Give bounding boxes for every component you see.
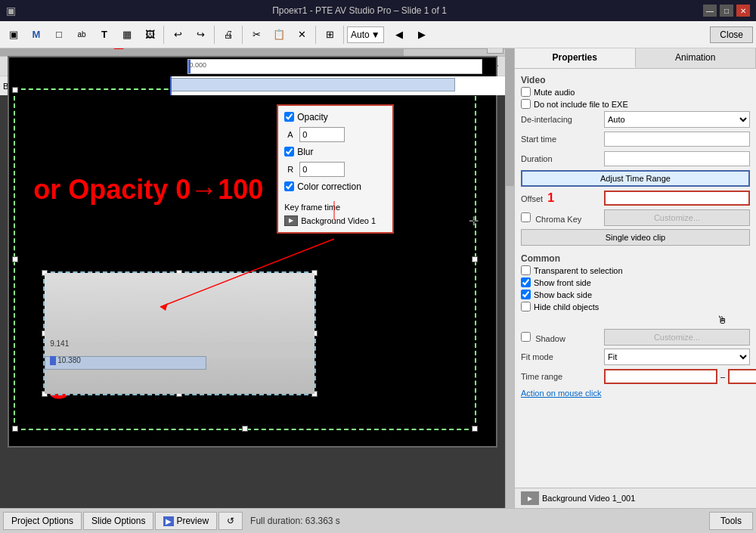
nav-prev-button[interactable]: ◀ [389, 24, 410, 45]
duration-label: Duration [521, 154, 604, 163]
handle-br[interactable] [472, 426, 478, 432]
auto-label: Auto [351, 29, 370, 40]
slide-options-button[interactable]: Slide Options [83, 512, 153, 530]
refresh-button[interactable]: ↺ [218, 512, 243, 530]
blur-row: Blur [284, 147, 386, 157]
show-back-checkbox[interactable] [521, 290, 531, 299]
opacity-input[interactable] [299, 127, 345, 142]
opacity-checkbox[interactable] [284, 112, 294, 122]
blur-input[interactable] [299, 162, 345, 177]
tb-m-button[interactable]: M [26, 24, 47, 45]
start-time-row: Start time 0:00.000 [521, 131, 750, 147]
canvas-hscrollbar[interactable]: ✛ 2 [0, 48, 505, 56]
offset-input[interactable]: 0:10.000 [604, 191, 750, 206]
blur-checkbox[interactable] [284, 147, 294, 156]
track-content[interactable] [170, 76, 505, 95]
tl-track-area[interactable]: 0.000 [187, 59, 482, 74]
transparent-checkbox[interactable] [521, 265, 531, 275]
chroma-key-checkbox[interactable] [521, 212, 531, 222]
tab-animation[interactable]: Animation [636, 48, 757, 68]
fit-mode-label: Fit mode [521, 352, 604, 361]
tb-home-button[interactable]: ▣ [3, 24, 24, 45]
time-range-to-input[interactable]: 63363 [728, 369, 756, 384]
time-range-inner: 10000 – 63363 [604, 369, 756, 384]
tb-delete-button[interactable]: ✕ [291, 24, 312, 45]
properties-content: Video Mute audio Do not include file to … [515, 69, 756, 488]
adjust-time-button[interactable]: Adjust Time Range [521, 170, 750, 187]
move-handle[interactable]: ✛ [465, 213, 482, 232]
time-range-from-input[interactable]: 10000 [604, 369, 717, 384]
shadow-checkbox[interactable] [521, 332, 531, 342]
handle-bl[interactable] [12, 426, 18, 432]
tb-cut-button[interactable]: ✂ [246, 24, 267, 45]
section-common: Common [521, 253, 750, 264]
start-time-input[interactable]: 0:00.000 [604, 132, 750, 147]
single-video-button[interactable]: Single video clip [521, 229, 750, 246]
track-bar[interactable] [170, 78, 455, 91]
chroma-key-label: Chroma Key [521, 212, 604, 224]
tb-grid-button[interactable]: ▦ [116, 24, 138, 45]
track-playhead [170, 76, 172, 95]
color-correction-row: Color correction [284, 181, 386, 192]
time-9141: 9.141 [50, 339, 69, 348]
tb-text-button[interactable]: ab [71, 24, 92, 45]
minimize-button[interactable]: — [703, 5, 717, 17]
progress-bar-area [45, 342, 314, 358]
tools-button[interactable]: Tools [709, 512, 753, 530]
bottom-track-label: Background Video 1_001 [542, 494, 635, 503]
tb-redo-button[interactable]: ↪ [190, 24, 211, 45]
fit-mode-select[interactable]: Fit [604, 349, 750, 365]
offset-value: 0:10.000 [604, 191, 750, 206]
tb-grid2-button[interactable]: ⊞ [319, 24, 340, 45]
tab-properties[interactable]: Properties [515, 48, 636, 68]
duration-input[interactable]: 1:03.363 [604, 151, 750, 166]
show-front-checkbox[interactable] [521, 277, 531, 287]
start-time-value: 0:00.000 [604, 132, 750, 147]
duration-text: Full duration: 63.363 s [250, 516, 340, 526]
opacity-value-row: A [287, 127, 386, 142]
tb-image-button[interactable]: 🖼 [139, 24, 160, 45]
main-area: or Opacity 0→100 3 [0, 48, 756, 508]
vscrollbar-thumb[interactable] [506, 48, 514, 186]
nav-next-button[interactable]: ▶ [411, 24, 432, 45]
toolbar-close-button[interactable]: Close [710, 26, 753, 43]
cursor-area: 🖱 [521, 314, 750, 329]
handle-tl[interactable] [12, 87, 18, 93]
time-marker [50, 356, 56, 365]
offset-row: Offset 1 0:10.000 [521, 190, 750, 206]
project-options-button[interactable]: Project Options [3, 512, 82, 530]
tb-text2-button[interactable]: T [94, 24, 115, 45]
tb-copy-button[interactable]: 📋 [268, 24, 290, 45]
bg-video-icon: ▶ [284, 215, 298, 226]
hide-child-checkbox[interactable] [521, 302, 531, 311]
tb-print-button[interactable]: 🖨 [218, 24, 239, 45]
color-correction-checkbox[interactable] [284, 181, 294, 191]
chroma-customize-button: Customize... [604, 209, 750, 226]
handle-bm[interactable] [242, 426, 248, 432]
action-mouse-link[interactable]: Action on mouse click [521, 389, 601, 398]
handle-mr[interactable] [472, 256, 478, 262]
canvas-vscrollbar[interactable] [505, 48, 514, 508]
main-canvas[interactable]: or Opacity 0→100 3 [8, 56, 497, 448]
dropdown-arrow[interactable]: ▼ [371, 29, 380, 40]
show-front-row: Show front side [521, 277, 750, 287]
hide-child-row: Hide child objects [521, 302, 750, 311]
handle-ml[interactable] [12, 256, 18, 262]
mute-audio-checkbox[interactable] [521, 87, 531, 97]
opacity-label: Opacity [297, 112, 328, 122]
deinterlacing-select[interactable]: Auto [604, 111, 750, 128]
shadow-customize-button: Customize... [604, 329, 750, 346]
canvas-move-icon[interactable]: ✛ [487, 48, 503, 54]
no-exe-checkbox[interactable] [521, 99, 531, 109]
hscrollbar-thumb[interactable] [0, 49, 404, 56]
right-panel-bottom: ▶ Background Video 1_001 [515, 488, 756, 508]
preview-button[interactable]: ▶ Preview [155, 512, 217, 530]
maximize-button[interactable]: □ [720, 5, 733, 17]
overlay-popup: Opacity A Blur R [277, 104, 394, 234]
close-window-button[interactable]: ✕ [736, 5, 750, 17]
auto-dropdown[interactable]: Auto ▼ [347, 26, 384, 43]
no-exe-label: Do not include file to EXE [534, 100, 628, 109]
tb-undo-button[interactable]: ↩ [167, 24, 188, 45]
bottom-bar: Project Options Slide Options ▶ Preview … [0, 508, 756, 533]
tb-select-button[interactable]: □ [48, 24, 70, 45]
